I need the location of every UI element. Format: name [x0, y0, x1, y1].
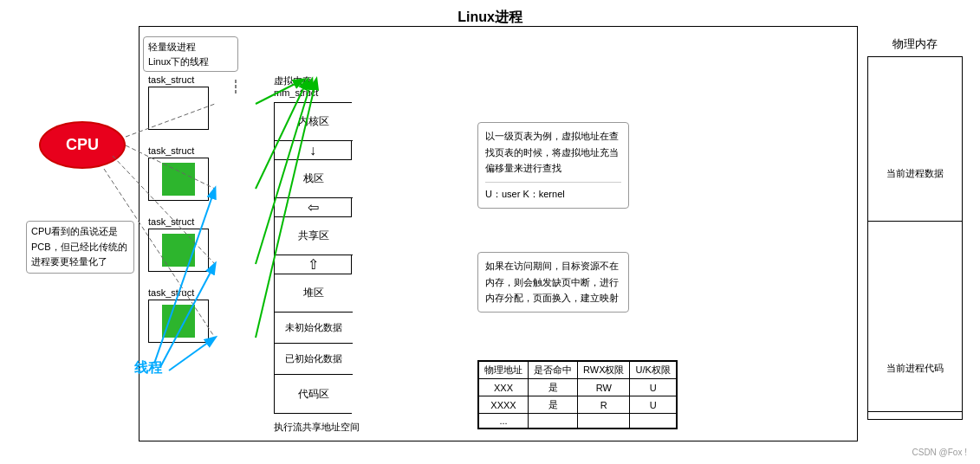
- vmem-arrow-left: ⇦: [275, 198, 351, 217]
- physical-mem-data-section: 当前进程数据: [868, 126, 962, 222]
- linux-process-box: task_struct task_struct task_struct task…: [139, 26, 858, 441]
- cpu-label: CPU: [66, 136, 99, 154]
- table-row: ...: [479, 414, 677, 429]
- col-physical-addr: 物理地址: [479, 362, 529, 379]
- task-struct-label-1: task_struct: [148, 74, 226, 85]
- cell-rwx-1: RW: [578, 379, 630, 396]
- cpu-sees-line3: 进程要更轻量化了: [31, 255, 129, 270]
- task-struct-label-4: task_struct: [148, 287, 226, 298]
- callout-cpu-sees: CPU看到的虽说还是 PCB，但已经比传统的 进程要更轻量化了: [26, 221, 134, 274]
- cpu-ellipse: CPU: [39, 121, 126, 169]
- cell-addr-3: ...: [479, 414, 529, 429]
- col-rwx: RWX权限: [578, 362, 630, 379]
- task-inner-green-3: [162, 234, 195, 267]
- vmem-kernel: 内核区: [275, 103, 353, 141]
- page-table: 物理地址 是否命中 RWX权限 U/K权限 XXX 是 RW U XXXX 是 …: [478, 361, 677, 429]
- vmem-uninit: 未初始化数据: [275, 313, 353, 344]
- page-title: Linux进程: [458, 9, 522, 27]
- vmem-stack: 栈区: [275, 160, 353, 198]
- cell-uk-2: U: [630, 396, 676, 414]
- task-struct-block-2: [148, 158, 209, 201]
- col-uk: U/K权限: [630, 362, 676, 379]
- callout-lightweight: 轻量级进程 Linux下的线程: [143, 36, 238, 72]
- task-struct-block-3: [148, 229, 209, 272]
- task-struct-label-2: task_struct: [148, 145, 226, 156]
- info-box-page-table: 以一级页表为例，虚拟地址在查找页表的时候，将虚拟地址充当偏移量来进行查找 U：u…: [477, 122, 629, 209]
- cell-uk-3: [630, 414, 676, 429]
- task-inner-green-4: [162, 305, 195, 338]
- main-container: Linux进程 task_struct task_struct task_str…: [0, 0, 980, 464]
- info-box-fault: 如果在访问期间，目标资源不在内存，则会触发缺页中断，进行内存分配，页面换入，建立…: [477, 252, 629, 313]
- cell-rwx-2: R: [578, 396, 630, 414]
- task-struct-label-3: task_struct: [148, 216, 226, 227]
- lightweight-line1: 轻量级进程: [148, 40, 233, 55]
- table-row: XXX 是 RW U: [479, 379, 677, 396]
- cpu-sees-line1: CPU看到的虽说还是: [31, 224, 129, 240]
- watermark: CSDN @Fox !: [912, 448, 968, 457]
- cell-addr-2: XXXX: [479, 396, 529, 414]
- task-struct-block-4: [148, 300, 209, 343]
- vmem-init: 已初始化数据: [275, 344, 353, 375]
- task-inner-green-2: [162, 163, 195, 196]
- vmem-code: 代码区: [275, 375, 353, 413]
- physical-memory-column: 物理内存 当前进程数据 当前进程代码: [867, 36, 963, 420]
- page-table-text: 以一级页表为例，虚拟地址在查找页表的时候，将虚拟地址充当偏移量来进行查找: [485, 128, 621, 177]
- cell-hit-1: 是: [529, 379, 578, 396]
- physical-memory-box: 当前进程数据 当前进程代码: [867, 56, 963, 420]
- vmem-arrow-down: ↓: [275, 141, 351, 160]
- vmem-arrow-up: ⇧: [275, 255, 351, 274]
- cell-uk-1: U: [630, 379, 676, 396]
- task-struct-column: task_struct task_struct task_struct task…: [148, 74, 226, 345]
- physical-memory-title: 物理内存: [867, 36, 963, 52]
- cell-hit-3: [529, 414, 578, 429]
- vmem-heap: 堆区: [275, 274, 353, 313]
- thread-label: 线程: [134, 359, 162, 377]
- lightweight-line2: Linux下的线程: [148, 55, 233, 69]
- col-hit: 是否命中: [529, 362, 578, 379]
- task-struct-block-1: [148, 87, 209, 130]
- cell-rwx-3: [578, 414, 630, 429]
- vmem-column: 虚拟内存 mm_struct 内核区 ↓ 栈区 ⇦ 共享区 ⇧ 堆区 未初始化数…: [274, 74, 352, 414]
- vmem-box: 内核区 ↓ 栈区 ⇦ 共享区 ⇧ 堆区 未初始化数据 已初始化数据 代码区: [274, 102, 352, 414]
- cell-hit-2: 是: [529, 396, 578, 414]
- vmem-shared: 共享区: [275, 217, 353, 255]
- page-table-container: 物理地址 是否命中 RWX权限 U/K权限 XXX 是 RW U XXXX 是 …: [477, 360, 678, 429]
- table-row: XXXX 是 R U: [479, 396, 677, 414]
- cpu-sees-line2: PCB，但已经比传统的: [31, 240, 129, 255]
- physical-mem-code-section: 当前进程代码: [868, 325, 962, 412]
- page-fault-text: 如果在访问期间，目标资源不在内存，则会触发缺页中断，进行内存分配，页面换入，建立…: [485, 258, 621, 306]
- shared-space-label: 执行流共享地址空间: [274, 421, 360, 434]
- cell-addr-1: XXX: [479, 379, 529, 396]
- uk-label: U：user K：kernel: [485, 182, 621, 203]
- vmem-title: 虚拟内存 mm_struct: [274, 74, 352, 98]
